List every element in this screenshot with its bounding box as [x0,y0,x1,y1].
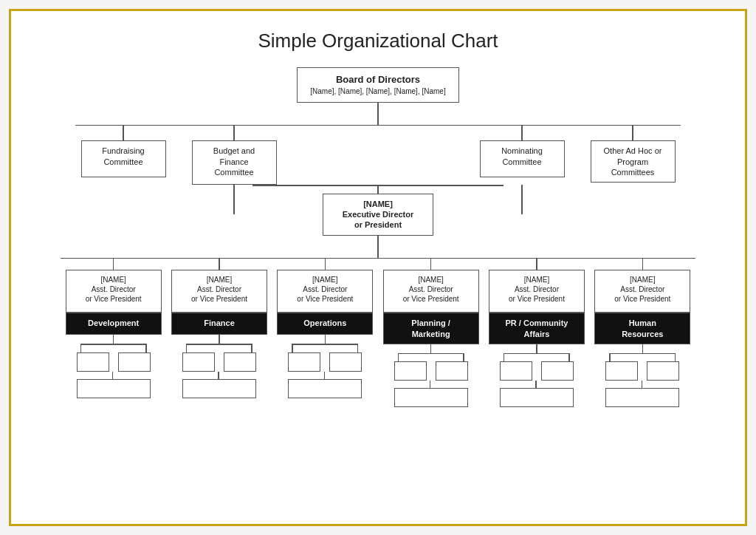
board-title: Board of Directors [306,74,450,86]
dept-pr: [NAME]Asst. Directoror Vice President PR… [484,259,589,407]
fin-sub3 [182,379,256,398]
fin-sub1 [182,352,215,372]
pr-sub2 [541,361,574,381]
vline-board [377,103,379,125]
board-members: [Name], [Name], [Name], [Name], [Name] [306,86,450,96]
page: Simple Organizational Chart Board of Dir… [9,9,747,526]
hr-dept: HumanResources [594,313,690,344]
exec-section: [NAME] Executive Directoror President [297,185,459,235]
board-box: Board of Directors [Name], [Name], [Name… [297,67,459,103]
committees-row: FundraisingCommittee Budget andFinanceCo… [75,126,681,185]
dept-development: [NAME]Asst. Directoror Vice President De… [61,259,166,407]
hr-sub2 [647,361,679,381]
fin-top: [NAME]Asst. Directoror Vice President [171,270,267,313]
hr-sub1 [605,361,638,381]
dev-sub3 [77,379,151,398]
ops-sub2 [329,352,362,372]
hr-top: [NAME]Asst. Directoror Vice President [594,270,690,313]
hline-level1 [75,125,681,126]
exec-title: Executive Directoror President [343,210,414,229]
committee-adhoc: Other Ad Hoc orProgram Committees [585,126,681,183]
ops-sub3 [288,379,362,398]
fin-sub2 [224,352,256,372]
org-chart: Simple Organizational Chart Board of Dir… [26,26,730,407]
exec-box: [NAME] Executive Directoror President [323,194,433,236]
dev-top: [NAME]Asst. Directoror Vice President [66,270,162,313]
dev-dept: Development [66,313,162,335]
ops-sub1 [288,352,320,372]
committee-fundraising: FundraisingCommittee [75,126,171,177]
plan-sub1 [394,361,427,381]
dev-sub2 [118,352,151,372]
dept-planning: [NAME]Asst. Directoror Vice President Pl… [378,259,484,407]
adhoc-box: Other Ad Hoc orProgram Committees [591,140,676,183]
plan-sub2 [436,361,468,381]
budget-box: Budget andFinanceCommittee [192,140,277,185]
pr-sub1 [500,361,532,381]
vline-exec [377,236,379,258]
fin-dept: Finance [171,313,267,335]
dept-operations: [NAME]Asst. Directoror Vice President Op… [272,259,378,407]
plan-top: [NAME]Asst. Directoror Vice President [383,270,479,313]
ops-top: [NAME]Asst. Directoror Vice President [277,270,373,313]
pr-top: [NAME]Asst. Directoror Vice President [489,270,585,313]
pr-dept: PR / CommunityAffairs [489,313,585,344]
committee-nominating: NominatingCommittee [474,126,570,177]
level1-section: FundraisingCommittee Budget andFinanceCo… [53,125,703,236]
hr-sub3 [605,388,679,407]
committee-budget: Budget andFinanceCommittee [186,126,282,185]
dept-row: [NAME]Asst. Directoror Vice President De… [61,259,695,407]
dept-finance: [NAME]Asst. Directoror Vice President Fi… [166,259,272,407]
plan-dept: Planning /Marketing [383,313,479,344]
pr-sub3 [500,388,574,407]
dept-hr: [NAME]Asst. Directoror Vice President Hu… [590,259,695,407]
plan-sub3 [394,388,468,407]
page-title: Simple Organizational Chart [258,30,498,52]
dev-sub1 [77,352,109,372]
exec-name: [NAME] [363,200,393,208]
nominating-box: NominatingCommittee [480,140,565,177]
ops-dept: Operations [277,313,373,335]
fundraising-box: FundraisingCommittee [81,140,166,177]
